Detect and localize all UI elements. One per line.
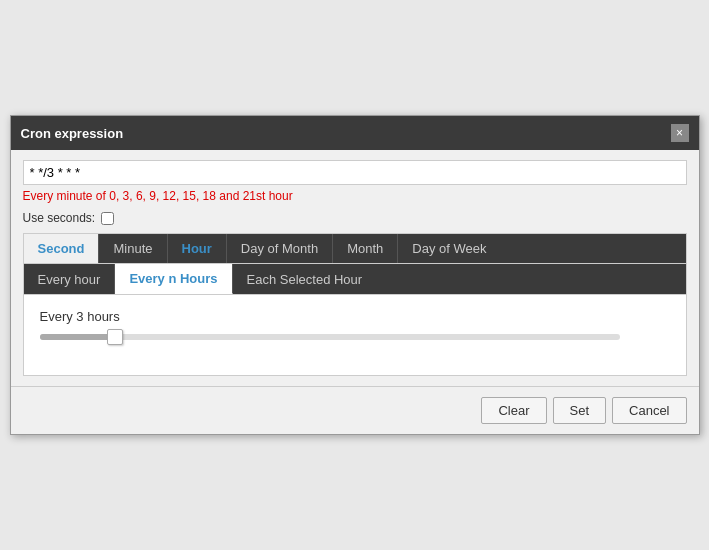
dialog-body: Every minute of 0, 3, 6, 9, 12, 15, 18 a… — [11, 150, 699, 386]
tab-second[interactable]: Second — [24, 234, 100, 263]
tab-day-of-week[interactable]: Day of Week — [398, 234, 500, 263]
subtab-each-selected-hour[interactable]: Each Selected Hour — [233, 264, 377, 294]
dialog-footer: Clear Set Cancel — [11, 386, 699, 434]
tab-hour[interactable]: Hour — [168, 234, 227, 263]
expression-desc-prefix: Every minute of 0, 3, 6, 9, — [23, 189, 163, 203]
dialog-title: Cron expression — [21, 126, 124, 141]
tab-minute[interactable]: Minute — [99, 234, 167, 263]
sub-tabs: Every hour Every n Hours Each Selected H… — [24, 264, 686, 295]
expression-desc-suffix: st hour — [256, 189, 293, 203]
cron-dialog: Cron expression × Every minute of 0, 3, … — [10, 115, 700, 435]
slider-container — [40, 334, 670, 340]
sub-panel: Every hour Every n Hours Each Selected H… — [23, 264, 687, 376]
slider-thumb[interactable] — [107, 329, 123, 345]
use-seconds-checkbox[interactable] — [101, 212, 114, 225]
subtab-every-hour[interactable]: Every hour — [24, 264, 116, 294]
dialog-close-button[interactable]: × — [671, 124, 689, 142]
expression-desc-highlight1: 12, 15, 18 — [163, 189, 216, 203]
clear-button[interactable]: Clear — [481, 397, 546, 424]
slider-track[interactable] — [40, 334, 620, 340]
slider-fill — [40, 334, 115, 340]
use-seconds-label: Use seconds: — [23, 211, 96, 225]
set-button[interactable]: Set — [553, 397, 607, 424]
sub-content: Every 3 hours — [24, 295, 686, 375]
every-n-label: Every 3 hours — [40, 309, 670, 324]
dialog-titlebar: Cron expression × — [11, 116, 699, 150]
expression-description: Every minute of 0, 3, 6, 9, 12, 15, 18 a… — [23, 189, 687, 203]
expression-input[interactable] — [23, 160, 687, 185]
use-seconds-row: Use seconds: — [23, 211, 687, 225]
subtab-every-n-hours[interactable]: Every n Hours — [115, 264, 232, 294]
expression-desc-sep: and — [216, 189, 243, 203]
main-tabs: Second Minute Hour Day of Month Month Da… — [23, 233, 687, 264]
cancel-button[interactable]: Cancel — [612, 397, 686, 424]
tab-day-of-month[interactable]: Day of Month — [227, 234, 333, 263]
tab-month[interactable]: Month — [333, 234, 398, 263]
expression-desc-highlight2: 21 — [243, 189, 256, 203]
